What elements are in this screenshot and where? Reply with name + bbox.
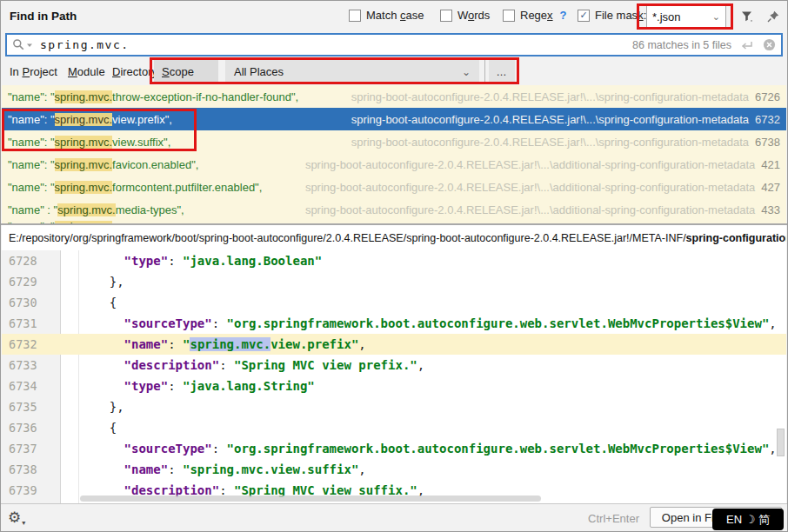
json-string: "spring.mvc.view.suffix" bbox=[183, 462, 358, 476]
code-text: "description": "Spring MVC view prefix."… bbox=[61, 358, 424, 372]
code-text: "type": "java.lang.Boolean" bbox=[61, 254, 322, 268]
line-number: 6736 bbox=[2, 421, 61, 435]
punctuation bbox=[80, 254, 124, 268]
search-input[interactable]: spring.mvc. 86 matches in 5 files bbox=[5, 33, 783, 57]
gear-icon[interactable]: ⚙▾ bbox=[8, 509, 25, 527]
words-checkbox[interactable]: Words bbox=[440, 9, 490, 22]
punctuation: , bbox=[417, 358, 424, 372]
code-line[interactable]: 6738 "name": "spring.mvc.view.suffix", bbox=[2, 459, 786, 480]
result-row[interactable]: "name": "spring.mvc.formcontent.putfilte… bbox=[2, 176, 786, 198]
dialog-header: Find in Path Match case Words Regex ? ✓ … bbox=[1, 1, 787, 32]
match-suffix: favicon.enabled", bbox=[112, 158, 198, 171]
match-prefix: "name": " bbox=[8, 136, 55, 149]
result-row[interactable]: "name": "spring.mvc.throw-exception-if-n… bbox=[2, 85, 786, 108]
code-preview[interactable]: 6728 "type": "java.lang.Boolean"6729 },6… bbox=[2, 250, 786, 505]
code-line[interactable]: 6730 { bbox=[2, 292, 786, 313]
code-text: { bbox=[61, 421, 117, 435]
result-row[interactable]: "name" : "spring.mvc.media-types",spring… bbox=[2, 198, 786, 221]
scope-select[interactable]: All Places ⌄ bbox=[225, 60, 479, 83]
code-text: "name": "spring.mvc.view.suffix", bbox=[61, 462, 366, 476]
code-line[interactable]: 6731 "sourceType": "org.springframework.… bbox=[2, 313, 786, 334]
dialog-footer: ⚙▾ Ctrl+Enter Open in Find Window bbox=[1, 503, 787, 531]
checkbox-icon[interactable] bbox=[440, 10, 452, 22]
line-number: 6733 bbox=[2, 358, 61, 372]
filter-icon[interactable] bbox=[738, 8, 756, 25]
separator bbox=[484, 60, 485, 83]
json-string: "java.lang.Boolean" bbox=[183, 254, 322, 268]
code-line[interactable]: 6732 "name": "spring.mvc.view.prefix", bbox=[2, 334, 786, 355]
result-location: spring-boot-autoconfigure-2.0.4.RELEASE.… bbox=[305, 158, 780, 171]
regex-help-link[interactable]: ? bbox=[560, 9, 567, 22]
search-icon[interactable] bbox=[12, 38, 33, 51]
code-line[interactable]: 6737 "sourceType": "org.springframework.… bbox=[2, 438, 786, 459]
punctuation bbox=[80, 316, 124, 330]
punctuation: : bbox=[168, 462, 183, 476]
newline-icon[interactable] bbox=[740, 40, 754, 50]
code-line[interactable]: 6734 "type": "java.lang.String" bbox=[2, 376, 786, 396]
punctuation: { bbox=[80, 296, 117, 309]
result-line-number: 433 bbox=[761, 203, 780, 216]
punctuation: }, bbox=[80, 275, 124, 289]
tab-module[interactable]: Module bbox=[68, 65, 105, 78]
code-text: "sourceType": "org.springframework.boot.… bbox=[61, 316, 777, 330]
result-text: "name": "spring.mvc.favicon.enabled", bbox=[8, 158, 198, 171]
scope-more-button[interactable]: … bbox=[489, 60, 515, 83]
punctuation: : bbox=[168, 379, 183, 393]
json-key: "sourceType" bbox=[124, 442, 212, 456]
punctuation: : bbox=[168, 337, 183, 351]
result-file: spring-boot-autoconfigure-2.0.4.RELEASE.… bbox=[305, 203, 755, 216]
code-line[interactable]: 6728 "type": "java.lang.Boolean" bbox=[2, 250, 786, 271]
line-number: 6735 bbox=[2, 400, 61, 414]
result-row[interactable]: "name": "spring.mvc.view.suffix",spring-… bbox=[2, 130, 786, 153]
search-status: 86 matches in 5 files bbox=[632, 39, 731, 51]
code-line[interactable]: 6736 { bbox=[2, 417, 786, 438]
match-highlight: spring.mvc. bbox=[55, 113, 112, 126]
result-line-number: 421 bbox=[761, 158, 780, 171]
file-mask-checkbox[interactable]: ✓ File mask: bbox=[578, 9, 646, 22]
code-text: }, bbox=[61, 275, 124, 289]
result-row[interactable]: "name": "spring.mvc.view.prefix",spring-… bbox=[2, 108, 786, 130]
json-key: "description" bbox=[124, 358, 220, 372]
match-prefix: "name" : " bbox=[8, 203, 57, 216]
tab-in-project[interactable]: In Project bbox=[10, 65, 57, 78]
checkbox-checked-icon[interactable]: ✓ bbox=[578, 10, 590, 22]
result-text: "name": "spring.mvc.view.suffix", bbox=[8, 136, 170, 149]
match-case-checkbox[interactable]: Match case bbox=[349, 9, 424, 22]
json-key: "sourceType" bbox=[124, 316, 212, 330]
scope-bar: In Project Module Directory Scope All Pl… bbox=[1, 58, 787, 84]
code-text: { bbox=[61, 296, 117, 309]
result-row[interactable]: "name": "spring.mvc.favicon.enabled",spr… bbox=[2, 153, 786, 176]
ime-language-badge[interactable]: EN ☽ 简 bbox=[712, 509, 784, 530]
line-number: 6734 bbox=[2, 379, 61, 393]
find-in-path-dialog: Find in Path Match case Words Regex ? ✓ … bbox=[0, 0, 788, 532]
chevron-down-icon: ⌄ bbox=[462, 66, 471, 78]
file-mask-select[interactable]: *.json ⌄ bbox=[646, 5, 726, 28]
chevron-down-icon: ⌄ bbox=[712, 11, 720, 23]
punctuation: }, bbox=[80, 400, 124, 414]
result-location: spring-boot-autoconfigure-2.0.4.RELEASE.… bbox=[305, 181, 780, 194]
result-file: spring-boot-autoconfigure-2.0.4.RELEASE.… bbox=[351, 113, 749, 126]
punctuation: , bbox=[358, 462, 365, 476]
regex-label: Regex bbox=[520, 9, 553, 22]
match-highlight: spring.mvc. bbox=[55, 158, 112, 171]
code-line[interactable]: 6733 "description": "Spring MVC view pre… bbox=[2, 355, 786, 376]
tab-directory[interactable]: Directory bbox=[112, 65, 157, 78]
pin-icon[interactable] bbox=[765, 8, 782, 25]
file-mask-label: File mask: bbox=[595, 9, 646, 22]
punctuation: , bbox=[358, 337, 365, 351]
tab-scope[interactable]: Scope bbox=[154, 60, 218, 83]
result-text: "name" : "spring.mvc.media-types", bbox=[8, 203, 184, 216]
punctuation: , bbox=[769, 442, 776, 456]
horizontal-scrollbar[interactable] bbox=[80, 495, 541, 502]
json-key: "name" bbox=[124, 337, 169, 351]
search-query-text: spring.mvc. bbox=[40, 38, 130, 51]
vertical-scrollbar[interactable] bbox=[777, 429, 785, 456]
regex-checkbox[interactable]: Regex ? bbox=[503, 9, 567, 22]
close-icon[interactable] bbox=[763, 38, 776, 51]
code-line[interactable]: 6729 }, bbox=[2, 271, 786, 292]
code-line[interactable]: 6735 }, bbox=[2, 396, 786, 417]
checkbox-icon[interactable] bbox=[349, 10, 361, 22]
checkbox-icon[interactable] bbox=[503, 10, 515, 22]
result-file: spring-boot-autoconfigure-2.0.4.RELEASE.… bbox=[305, 158, 755, 171]
punctuation bbox=[80, 462, 124, 476]
